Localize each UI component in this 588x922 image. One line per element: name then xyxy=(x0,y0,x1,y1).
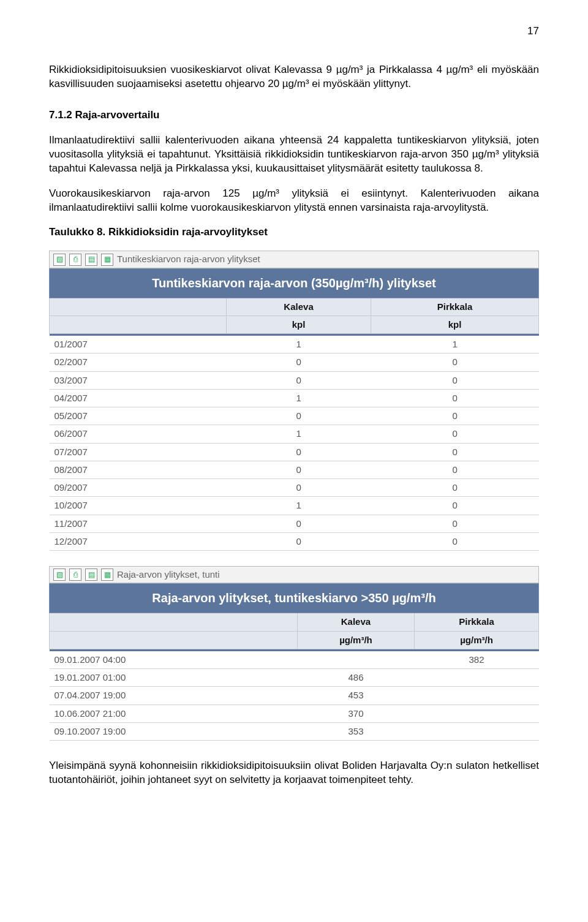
table-2: Raja-arvon ylitykset, tuntikeskiarvo >35… xyxy=(49,583,539,741)
row-label: 12/2007 xyxy=(50,532,227,550)
row-label: 07.04.2007 19:00 xyxy=(50,687,298,705)
row-value-pirkkala xyxy=(414,722,538,740)
row-value-pirkkala xyxy=(414,687,538,705)
row-label: 06/2007 xyxy=(50,425,227,443)
table-row: 09.01.2007 04:00382 xyxy=(50,651,539,669)
col-pirkkala: Pirkkala xyxy=(414,613,538,631)
row-value-pirkkala: 0 xyxy=(371,407,539,425)
row-value-pirkkala: 0 xyxy=(371,515,539,532)
row-value-pirkkala xyxy=(414,669,538,687)
section-heading: 7.1.2 Raja-arvovertailu xyxy=(49,108,539,123)
row-value-kaleva: 0 xyxy=(227,479,371,497)
row-value-kaleva: 0 xyxy=(227,443,371,461)
page-number: 17 xyxy=(49,25,539,39)
row-value-pirkkala: 0 xyxy=(371,443,539,461)
table-row: 10.06.2007 21:00370 xyxy=(50,705,539,722)
row-value-pirkkala: 0 xyxy=(371,371,539,389)
row-value-pirkkala xyxy=(414,705,538,722)
unit-kpl-2: kpl xyxy=(371,316,539,333)
row-label: 10/2007 xyxy=(50,497,227,515)
table-1: Tuntikeskiarvon raja-arvon (350µg/m³/h) … xyxy=(49,268,539,551)
row-value-pirkkala: 0 xyxy=(371,425,539,443)
row-value-pirkkala: 0 xyxy=(371,479,539,497)
toolbar-title: Raja-arvon ylitykset, tunti xyxy=(117,569,220,581)
table-row: 08/200700 xyxy=(50,461,539,478)
row-value-kaleva: 486 xyxy=(297,669,414,687)
table-row: 09.10.2007 19:00353 xyxy=(50,722,539,740)
col-blank xyxy=(50,613,298,631)
table-row: 19.01.2007 01:00486 xyxy=(50,669,539,687)
table-row: 12/200700 xyxy=(50,532,539,550)
row-value-pirkkala: 0 xyxy=(371,532,539,550)
unit-kpl-1: kpl xyxy=(227,316,371,333)
col-blank xyxy=(50,298,227,316)
row-label: 19.01.2007 01:00 xyxy=(50,669,298,687)
unit-ug-1: µg/m³/h xyxy=(297,631,414,649)
table-row: 09/200700 xyxy=(50,479,539,497)
row-value-kaleva: 353 xyxy=(297,722,414,740)
row-value-kaleva: 1 xyxy=(227,497,371,515)
table-row: 07/200700 xyxy=(50,443,539,461)
table-1-container: ▧ ⎙ ▤ ▦ Tuntikeskiarvon raja-arvon ylity… xyxy=(49,251,539,551)
col-kaleva: Kaleva xyxy=(297,613,414,631)
table-row: 04/200710 xyxy=(50,389,539,407)
row-label: 09/2007 xyxy=(50,479,227,497)
doc-icon[interactable]: ▤ xyxy=(85,254,97,266)
body-paragraph-2: Vuorokausikeskiarvon raja-arvon 125 µg/m… xyxy=(49,187,539,215)
row-value-pirkkala: 0 xyxy=(371,461,539,478)
row-label: 01/2007 xyxy=(50,336,227,353)
chart-icon[interactable]: ▧ xyxy=(53,569,66,581)
row-value-kaleva xyxy=(297,651,414,669)
row-value-kaleva: 0 xyxy=(227,371,371,389)
row-label: 09.10.2007 19:00 xyxy=(50,722,298,740)
table-row: 01/200711 xyxy=(50,336,539,353)
print-icon[interactable]: ⎙ xyxy=(69,254,81,266)
print-icon[interactable]: ⎙ xyxy=(69,569,81,581)
row-label: 05/2007 xyxy=(50,407,227,425)
row-value-kaleva: 0 xyxy=(227,515,371,532)
row-value-kaleva: 0 xyxy=(227,461,371,478)
table-row: 03/200700 xyxy=(50,371,539,389)
chart-icon[interactable]: ▧ xyxy=(53,254,66,266)
row-label: 09.01.2007 04:00 xyxy=(50,651,298,669)
doc-icon[interactable]: ▤ xyxy=(85,569,97,581)
intro-paragraph: Rikkidioksidipitoisuuksien vuosikeskiarv… xyxy=(49,63,539,91)
grid-icon[interactable]: ▦ xyxy=(101,569,113,581)
row-label: 02/2007 xyxy=(50,353,227,371)
row-value-pirkkala: 0 xyxy=(371,497,539,515)
closing-paragraph: Yleisimpänä syynä kohonneisiin rikkidiok… xyxy=(49,759,539,787)
col-pirkkala: Pirkkala xyxy=(371,298,539,316)
table-row: 05/200700 xyxy=(50,407,539,425)
toolbar-title: Tuntikeskiarvon raja-arvon ylitykset xyxy=(117,253,260,265)
unit-blank xyxy=(50,631,298,649)
table-row: 11/200700 xyxy=(50,515,539,532)
row-value-pirkkala: 0 xyxy=(371,353,539,371)
row-value-kaleva: 1 xyxy=(227,425,371,443)
row-label: 11/2007 xyxy=(50,515,227,532)
unit-blank xyxy=(50,316,227,333)
grid-icon[interactable]: ▦ xyxy=(101,254,113,266)
table-2-container: ▧ ⎙ ▤ ▦ Raja-arvon ylitykset, tunti Raja… xyxy=(49,566,539,741)
table-row: 02/200700 xyxy=(50,353,539,371)
table-1-header: Tuntikeskiarvon raja-arvon (350µg/m³/h) … xyxy=(50,268,539,298)
row-value-kaleva: 0 xyxy=(227,532,371,550)
row-value-kaleva: 370 xyxy=(297,705,414,722)
row-label: 03/2007 xyxy=(50,371,227,389)
table-row: 06/200710 xyxy=(50,425,539,443)
row-value-pirkkala: 382 xyxy=(414,651,538,669)
row-value-kaleva: 1 xyxy=(227,336,371,353)
row-value-pirkkala: 0 xyxy=(371,389,539,407)
table-row: 10/200710 xyxy=(50,497,539,515)
row-label: 04/2007 xyxy=(50,389,227,407)
col-kaleva: Kaleva xyxy=(227,298,371,316)
table-row: 07.04.2007 19:00453 xyxy=(50,687,539,705)
row-value-kaleva: 1 xyxy=(227,389,371,407)
table-1-toolbar: ▧ ⎙ ▤ ▦ Tuntikeskiarvon raja-arvon ylity… xyxy=(49,251,539,268)
row-label: 10.06.2007 21:00 xyxy=(50,705,298,722)
row-label: 07/2007 xyxy=(50,443,227,461)
row-value-kaleva: 0 xyxy=(227,407,371,425)
table-2-header: Raja-arvon ylitykset, tuntikeskiarvo >35… xyxy=(50,584,539,613)
row-value-kaleva: 453 xyxy=(297,687,414,705)
row-value-kaleva: 0 xyxy=(227,353,371,371)
row-value-pirkkala: 1 xyxy=(371,336,539,353)
